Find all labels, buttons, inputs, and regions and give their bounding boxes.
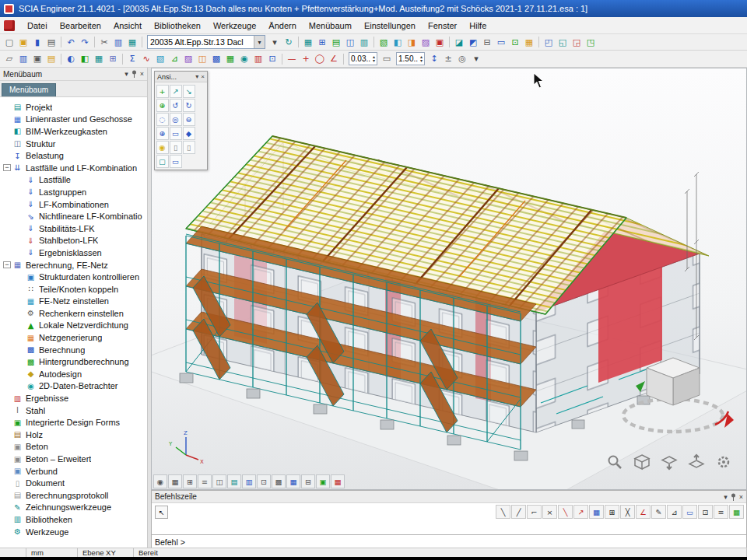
viewport-setting-icon[interactable]: ⊟ (301, 474, 315, 488)
toolbar-icon[interactable]: ▢ (2, 36, 16, 49)
cursor-mode-icon[interactable]: ↖ (155, 506, 168, 519)
toolbar-icon[interactable]: ✂ (97, 36, 111, 49)
layers-up-icon[interactable] (688, 453, 705, 471)
tree-expander[interactable] (16, 213, 24, 220)
command-tool-icon[interactable]: ▦ (589, 505, 604, 519)
tree-item[interactable]: ▩ Berechnung (0, 344, 147, 356)
toolbar-icon[interactable]: ↶ (64, 36, 78, 49)
tree-item[interactable]: ▦ Netzgenerierung (0, 331, 147, 344)
toolbar-icon[interactable]: ◧ (78, 52, 92, 65)
toolbar-icon[interactable]: ↕ (427, 52, 441, 65)
tree-item[interactable]: − ▦ Berechnung, FE-Netz (0, 259, 147, 271)
tree-expander[interactable] (3, 116, 11, 123)
tree-expander[interactable] (3, 407, 11, 414)
command-tool-icon[interactable]: ▭ (682, 505, 697, 519)
menu-item[interactable]: Ändern (262, 19, 302, 32)
tree-expander[interactable] (3, 419, 11, 426)
toolbar-icon[interactable]: ▥ (357, 36, 371, 49)
tree-item[interactable]: ◆ Autodesign (0, 368, 147, 380)
tree-item[interactable]: ⚙ Werkzeuge (0, 526, 147, 538)
tree-expander[interactable] (3, 431, 11, 438)
view-tool-icon[interactable]: ⊕ (156, 99, 169, 112)
menu-item[interactable]: Ansicht (107, 19, 148, 32)
toolbar-icon[interactable] (538, 37, 539, 47)
toolbar-icon[interactable]: ▦ (92, 52, 106, 65)
tree-item[interactable]: ⇓ Stahlbeton-LFK (0, 235, 147, 247)
tree-expander[interactable] (16, 383, 24, 390)
cube-view-icon[interactable] (633, 453, 651, 471)
viewport-setting-icon[interactable]: ▤ (227, 474, 241, 488)
tree-item[interactable]: ▣ Beton (0, 441, 147, 453)
tree-expander[interactable] (16, 322, 24, 329)
toolbar-icon[interactable]: ▭ (380, 52, 394, 65)
menu-item[interactable]: Fenster (422, 19, 463, 32)
zoom-icon[interactable] (606, 453, 623, 471)
toolbar-icon[interactable] (61, 54, 61, 65)
view-tool-icon[interactable]: ◌ (156, 113, 169, 126)
toolbar-icon[interactable]: ▤ (329, 36, 343, 49)
tree-expander[interactable] (3, 467, 11, 474)
command-input[interactable]: Befehl > (152, 534, 746, 548)
toolbar-icon[interactable]: ▦ (223, 52, 237, 65)
toolbar-icon[interactable]: ▭ (494, 36, 508, 49)
toolbar-icon[interactable]: ▮ (30, 36, 44, 49)
toolbar-icon[interactable]: ▧ (377, 36, 391, 49)
command-tool-icon[interactable]: ⊡ (698, 505, 713, 519)
tree-item[interactable]: ⇓ Stabilitäts-LFK (0, 222, 147, 235)
tree-expander[interactable] (16, 346, 24, 353)
command-tool-icon[interactable]: ↗ (573, 505, 588, 519)
view-tool-icon[interactable]: ◉ (156, 141, 169, 154)
tree-item[interactable]: ▣ Beton – Erweitert (0, 453, 147, 465)
tree-item[interactable]: ▣ Verbund (0, 465, 147, 478)
viewport-setting-icon[interactable]: ◫ (212, 474, 226, 488)
toolbar-icon[interactable]: ⊿ (167, 52, 181, 65)
toolbar-icon[interactable]: ↷ (78, 36, 92, 49)
tree-expander[interactable] (3, 443, 11, 450)
tree-expander[interactable] (3, 516, 11, 523)
toolbar-icon[interactable] (298, 37, 299, 47)
tree-item[interactable]: ∷ Teile/Knoten koppeln (0, 283, 147, 296)
toolbar-icon[interactable]: ◪ (452, 36, 466, 49)
snap-size-spinner[interactable]: 0.03.. ▴▾ (349, 52, 377, 65)
command-tool-icon[interactable]: ⊿ (667, 505, 682, 519)
toolbar-icon[interactable]: ◱ (556, 36, 570, 49)
tree-item[interactable]: ◫ Struktur (0, 138, 147, 150)
viewport-setting-icon[interactable]: ▥ (242, 474, 256, 488)
toolbar-icon[interactable] (282, 54, 282, 65)
tree-item[interactable]: ▲ Lokale Netzverdichtung (0, 320, 147, 332)
draw-tool-icon[interactable] (343, 54, 344, 65)
tree-item[interactable]: ◉ 2D-Daten-Betrachter (0, 380, 147, 393)
menu-item[interactable]: Menübaum (303, 19, 358, 32)
toolbar-icon[interactable]: ⊟ (480, 36, 494, 49)
menu-item[interactable]: Werkzeuge (207, 19, 262, 32)
tree-expander[interactable] (3, 140, 11, 147)
tree-expander[interactable] (3, 492, 11, 499)
tree-expander[interactable] (3, 103, 11, 110)
tree-item[interactable]: I Stahl (0, 404, 147, 417)
toolbar-icon[interactable] (61, 37, 61, 47)
toolbar-icon[interactable]: ⊞ (315, 36, 329, 49)
viewport-setting-icon[interactable]: ◉ (153, 474, 167, 488)
viewport-setting-icon[interactable]: ▩ (272, 474, 286, 488)
spinner-arrows[interactable]: ▴▾ (373, 55, 375, 63)
view-tool-icon[interactable]: ⊖ (183, 113, 195, 126)
tree-item[interactable]: ⇓ Lastgruppen (0, 186, 147, 198)
menu-item[interactable]: Bibliotheken (148, 19, 207, 32)
toolbar-icon[interactable]: ± (441, 52, 455, 65)
tree-item[interactable]: ↧ Belastung (0, 149, 147, 162)
toolbar-icon[interactable]: ◎ (455, 52, 469, 65)
toolbar-icon[interactable]: ▣ (30, 52, 44, 65)
viewport-setting-icon[interactable]: ▦ (168, 474, 182, 488)
tree-expander[interactable] (3, 395, 11, 402)
toolbar-icon[interactable]: ▧ (153, 52, 167, 65)
menu-item[interactable]: Hilfe (463, 19, 493, 32)
toolbar-icon[interactable]: ◫ (343, 36, 357, 49)
command-tool-icon[interactable]: ╲ (496, 505, 510, 519)
toolbar-icon[interactable]: ⊡ (265, 52, 279, 65)
toolbar-icon[interactable]: ∿ (139, 52, 153, 65)
view-tool-icon[interactable]: ▯ (183, 141, 195, 154)
layers-down-icon[interactable] (661, 453, 678, 471)
viewport-setting-icon[interactable]: ⊡ (257, 474, 271, 488)
pin-icon[interactable] (731, 493, 736, 501)
toolbar-icon[interactable]: ◉ (237, 52, 251, 65)
